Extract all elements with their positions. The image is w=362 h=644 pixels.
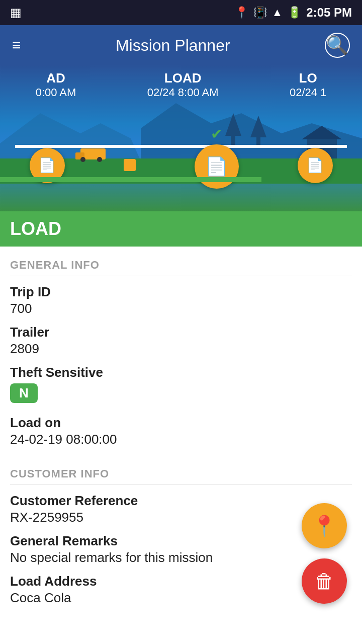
top-nav: ≡ Mission Planner 🔍 [0,25,362,65]
location-fab[interactable]: 📍 [302,503,347,548]
timeline-square-marker [124,159,136,171]
trailer-label: Trailer [10,325,352,340]
search-icon: 🔍 [326,35,348,56]
status-bar: ▦ 📍 📳 ▲ 🔋 2:05 PM [0,0,362,25]
node-right-circle: 📄 [298,148,333,183]
fab-container: 📍 🗑 [302,503,347,604]
trip-id-label: Trip ID [10,284,352,300]
trailer-value: 2809 [10,341,352,357]
checkmark-center: ✔ [211,126,222,142]
status-bar-right: 📍 📳 ▲ 🔋 2:05 PM [235,6,352,20]
customer-info-section-header: CUSTOMER INFO [10,455,352,485]
timeline-square [124,159,136,171]
load-on-value: 24-02-19 08:00:00 [10,432,352,447]
delete-fab-icon: 🗑 [314,570,334,593]
delete-fab[interactable]: 🗑 [302,558,347,604]
search-button[interactable]: 🔍 [325,33,350,58]
trip-id-value: 700 [10,301,352,316]
status-bar-left: ▦ [10,6,22,20]
general-info-section-header: GENERAL INFO [10,247,352,276]
customer-reference-value: RX-2259955 [10,510,352,525]
vibrate-icon: 📳 [253,6,267,19]
theft-sensitive-badge: N [10,383,38,403]
customer-reference-label: Customer Reference [10,493,352,509]
location-fab-icon: 📍 [312,514,337,538]
load-address-value: Coca Cola [10,590,352,606]
timeline-node-left: 📄 [30,132,65,183]
progress-bar [0,177,261,182]
wifi-icon: ▲ [272,6,283,19]
load-bar: LOAD [0,211,362,247]
general-remarks-value: No special remarks for this mission [10,550,352,566]
battery-icon: 🔋 [288,6,301,19]
timeline-area: AD 0:00 AM LOAD 02/24 8:00 AM LO 02/24 1 [0,65,362,211]
app-icon: ▦ [10,6,22,20]
hamburger-menu[interactable]: ≡ [12,37,21,54]
load-label: LOAD [10,218,61,239]
load-address-label: Load Address [10,574,352,589]
location-icon: 📍 [235,6,248,19]
theft-sensitive-label: Theft Sensitive [10,365,352,380]
app-title: Mission Planner [116,36,230,55]
general-remarks-label: General Remarks [10,533,352,549]
time-display: 2:05 PM [306,6,352,20]
load-on-label: Load on [10,415,352,431]
timeline-node-right: 📄 [298,132,333,183]
